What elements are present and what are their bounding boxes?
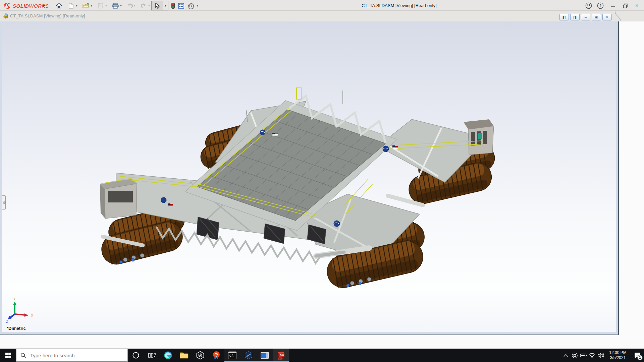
start-button[interactable] — [0, 349, 16, 362]
redo-dropdown: ▾ — [147, 1, 151, 10]
reference-triad: Y X Z — [6, 297, 34, 323]
triad-x-label: X — [31, 313, 34, 317]
undo-dropdown: ▾ — [132, 1, 137, 10]
taskbar-search[interactable] — [16, 349, 128, 362]
taskbar: C:\_ SW2021 — [0, 349, 644, 362]
svg-text:C:\_: C:\_ — [229, 354, 235, 357]
minimize-button[interactable] — [608, 2, 618, 10]
doc-close-button[interactable]: × — [602, 14, 612, 20]
tray-chevron-icon[interactable] — [561, 349, 570, 362]
document-titlebar — [0, 11, 644, 21]
select-tool-button[interactable] — [151, 1, 163, 10]
print-dropdown[interactable]: ▾ — [119, 1, 123, 10]
crawler-transporter-model[interactable]: Y X Z — [2, 21, 616, 332]
menu-expand-arrow[interactable]: ▶ — [43, 3, 46, 7]
mast — [297, 88, 301, 99]
3d-viewport[interactable]: Y X Z *Dimetric — [2, 21, 616, 332]
pane-right-button[interactable]: ◨ — [570, 14, 580, 20]
action-center-button[interactable]: 1 — [631, 349, 644, 362]
new-document-dropdown[interactable]: ▾ — [74, 1, 79, 10]
svg-text:2021: 2021 — [278, 358, 284, 360]
notification-badge: 1 — [637, 355, 643, 360]
titlebar: SOLIDWORKS ▶ ▾ ▾ ▾ ▾ ▾ ▾ — [0, 0, 644, 11]
doc-restore-button[interactable]: ▣ — [592, 14, 601, 20]
battery-icon[interactable] — [579, 349, 588, 362]
taskbar-clock[interactable]: 12:30 PM 3/5/2021 — [607, 350, 629, 360]
document-title: CT_TA.SLDASM [Viewing] [Read-only] — [10, 13, 85, 18]
clock-time: 12:30 PM — [607, 350, 629, 355]
restore-button[interactable] — [620, 2, 630, 10]
home-button[interactable] — [55, 1, 63, 10]
featuremanager-splitter-handle[interactable] — [2, 195, 6, 209]
edge-browser-icon[interactable] — [160, 349, 176, 362]
select-tool-dropdown[interactable]: ▾ — [163, 1, 168, 10]
triad-z-label: Z — [6, 319, 8, 323]
login-user-icon[interactable] — [584, 2, 594, 10]
svg-text:W: W — [282, 354, 284, 356]
pane-left-button[interactable]: ◧ — [559, 14, 569, 20]
3d-viewer-icon[interactable] — [192, 349, 208, 362]
triad-y-label: Y — [13, 297, 16, 301]
task-view-button[interactable] — [144, 349, 160, 362]
doc-minimize-button[interactable]: – — [581, 14, 590, 20]
system-tray: 12:30 PM 3/5/2021 1 — [561, 349, 644, 362]
hexagon-app-icon[interactable] — [240, 349, 257, 362]
command-prompt-icon[interactable]: C:\_ — [224, 349, 240, 362]
open-dropdown[interactable]: ▾ — [89, 1, 94, 10]
volume-icon[interactable] — [596, 349, 605, 362]
svg-text:S: S — [280, 354, 282, 356]
toolbar-separator — [50, 2, 50, 9]
docbar-end-curve — [614, 11, 622, 21]
save-dropdown: ▾ — [104, 1, 108, 10]
left-cab — [100, 178, 137, 219]
file-explorer-icon[interactable] — [176, 349, 192, 362]
appearance-stoplight-button[interactable] — [170, 1, 176, 10]
document-frame: Y X Z *Dimetric — [0, 21, 619, 335]
solidworks-taskbar-icon[interactable]: SW2021 — [273, 349, 289, 362]
property-tab-builder-button[interactable] — [177, 1, 185, 10]
wordmark-solid: SOLID — [13, 3, 29, 9]
window-title: CT_TA.SLDASM [Viewing] [Read-only] — [362, 3, 437, 8]
close-button[interactable]: × — [632, 2, 642, 10]
svg-text:?: ? — [599, 4, 602, 8]
search-icon — [20, 353, 26, 358]
window-app-icon[interactable] — [257, 349, 273, 362]
clock-date: 3/5/2021 — [607, 355, 629, 360]
search-input[interactable] — [30, 352, 118, 359]
view-orientation-label: *Dimetric — [7, 326, 26, 331]
assembly-document-icon — [3, 13, 9, 19]
solidworks-logo-icon — [3, 2, 11, 9]
screen: SOLIDWORKS ▶ ▾ ▾ ▾ ▾ ▾ ▾ — [0, 0, 644, 362]
help-icon[interactable]: ? — [595, 2, 605, 10]
options-gear-button[interactable] — [186, 1, 195, 10]
cortana-button[interactable] — [128, 349, 144, 362]
media-capture-app-icon[interactable] — [208, 349, 224, 362]
options-dropdown[interactable]: ▾ — [195, 1, 200, 10]
wordmark-works: WORKS — [29, 3, 49, 9]
wifi-icon[interactable] — [588, 349, 596, 362]
tray-capture-icon[interactable] — [570, 349, 579, 362]
